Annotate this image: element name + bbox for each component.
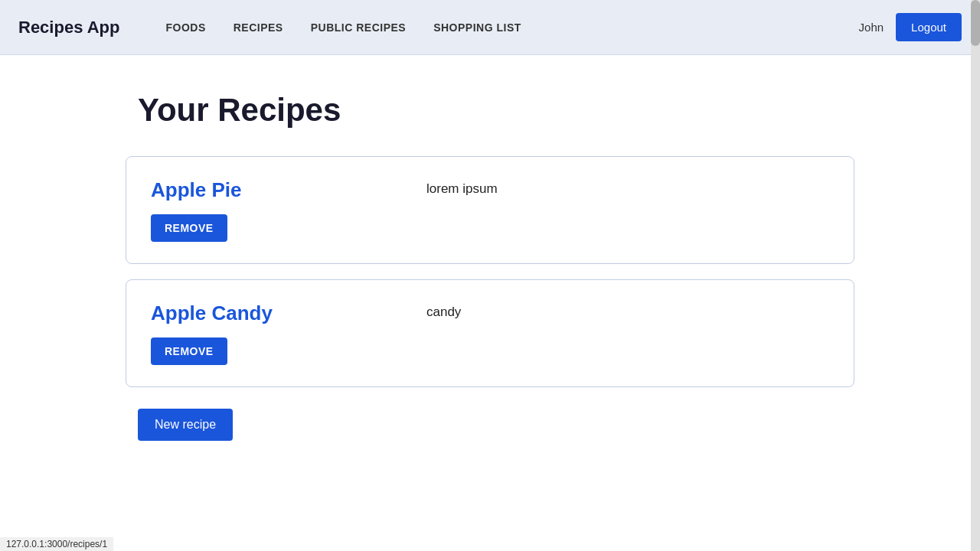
navbar: Recipes App FOODS RECIPES PUBLIC RECIPES… (0, 0, 980, 55)
status-url: 127.0.0.1:3000/recipes/1 (6, 539, 107, 549)
page-title: Your Recipes (138, 92, 854, 129)
scrollbar[interactable] (971, 0, 980, 551)
nav-foods[interactable]: FOODS (165, 21, 205, 34)
new-recipe-button[interactable]: New recipe (138, 409, 233, 441)
recipe-card-2-top: Apple Candy candy (151, 302, 829, 325)
navbar-links: FOODS RECIPES PUBLIC RECIPES SHOPPING LI… (165, 21, 858, 34)
main-content: Your Recipes Apple Pie lorem ipsum REMOV… (107, 55, 873, 471)
username-label: John (859, 21, 884, 34)
nav-public-recipes[interactable]: PUBLIC RECIPES (311, 21, 406, 34)
scrollbar-thumb[interactable] (971, 0, 980, 46)
navbar-user: John Logout (859, 13, 962, 41)
recipe-card-1: Apple Pie lorem ipsum REMOVE (126, 156, 854, 264)
nav-shopping-list[interactable]: SHOPPING LIST (433, 21, 521, 34)
app-brand: Recipes App (18, 18, 119, 37)
recipe-description-2: candy (426, 305, 461, 320)
remove-button-1[interactable]: REMOVE (151, 214, 227, 242)
nav-recipes[interactable]: RECIPES (234, 21, 283, 34)
recipe-description-1: lorem ipsum (426, 181, 498, 197)
recipe-card-1-top: Apple Pie lorem ipsum (151, 178, 829, 202)
logout-button[interactable]: Logout (896, 13, 962, 41)
remove-button-2[interactable]: REMOVE (151, 337, 227, 365)
recipe-name-2[interactable]: Apple Candy (151, 302, 350, 325)
recipe-card-2: Apple Candy candy REMOVE (126, 279, 854, 387)
status-bar: 127.0.0.1:3000/recipes/1 (0, 537, 113, 551)
recipe-name-1[interactable]: Apple Pie (151, 178, 350, 202)
